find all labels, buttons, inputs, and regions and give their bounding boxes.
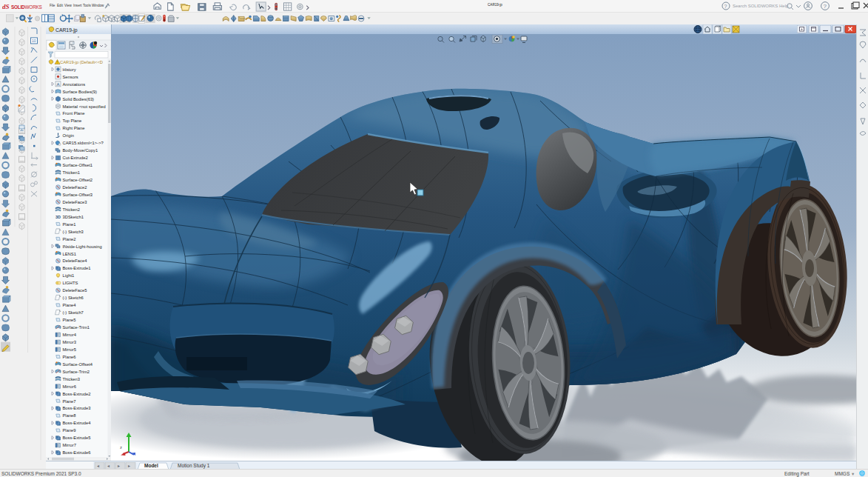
svg-text:(-) Sketch3: (-) Sketch3 <box>63 230 84 234</box>
svg-text:Light1: Light1 <box>63 273 75 278</box>
svg-text:DeleteFace5: DeleteFace5 <box>63 288 87 293</box>
svg-text:Motion Study 1: Motion Study 1 <box>178 463 210 469</box>
svg-text:Plane5: Plane5 <box>63 318 76 322</box>
svg-text:Boss-Extrude5: Boss-Extrude5 <box>63 436 91 440</box>
svg-text:?: ? <box>824 3 827 10</box>
svg-text:z: z <box>120 445 122 450</box>
svg-text:Sensors: Sensors <box>63 75 78 79</box>
svg-text:Mirror6: Mirror6 <box>63 384 76 389</box>
svg-text:History: History <box>63 67 76 72</box>
svg-text:Front Plane: Front Plane <box>63 111 85 116</box>
svg-text:Plane4: Plane4 <box>63 303 77 307</box>
svg-text:Plane7: Plane7 <box>63 399 76 404</box>
svg-text:Thicken1: Thicken1 <box>63 170 81 175</box>
svg-text:Boss-Extrude6: Boss-Extrude6 <box>63 450 91 455</box>
svg-text:▸: ▸ <box>118 464 120 468</box>
svg-text:(-) Sketch6: (-) Sketch6 <box>63 296 84 300</box>
svg-text:Boss-Extrude4: Boss-Extrude4 <box>63 421 92 425</box>
svg-text:Model: Model <box>144 463 158 468</box>
svg-text:◂: ◂ <box>107 464 110 468</box>
svg-text:Mirror7: Mirror7 <box>63 443 76 447</box>
svg-text:Mirror3: Mirror3 <box>63 340 76 344</box>
svg-text:Boss-Extrude2: Boss-Extrude2 <box>63 392 91 396</box>
svg-text:Boss-Extrude3: Boss-Extrude3 <box>63 406 91 410</box>
svg-text:Origin: Origin <box>63 133 74 138</box>
svg-text:SOLIDWORKS: SOLIDWORKS <box>11 4 42 10</box>
svg-text:CAR15.sldxml<1>->?: CAR15.sldxml<1>->? <box>63 141 104 145</box>
svg-text:Mirror4: Mirror4 <box>63 333 77 337</box>
svg-text:Surface-Trim2: Surface-Trim2 <box>63 370 90 374</box>
svg-text:Body-Move/Copy1: Body-Move/Copy1 <box>63 148 98 153</box>
svg-text:▸: ▸ <box>128 464 130 468</box>
svg-text:Solid Bodies(63): Solid Bodies(63) <box>63 97 95 101</box>
svg-text:LENS1: LENS1 <box>63 252 76 256</box>
svg-text:Surface-Offset2: Surface-Offset2 <box>63 178 93 182</box>
svg-text:Surface Bodies(9): Surface Bodies(9) <box>63 90 97 94</box>
svg-text:Top Plane: Top Plane <box>63 119 82 123</box>
svg-text:Surface-Offset4: Surface-Offset4 <box>63 362 93 367</box>
svg-text:3D: 3D <box>55 215 61 219</box>
svg-text:Plane9: Plane9 <box>63 428 76 433</box>
svg-text:CAR19-jp (Default<<D: CAR19-jp (Default<<D <box>60 60 103 64</box>
svg-text:3DSketch1: 3DSketch1 <box>63 215 84 219</box>
svg-text:Search SOLIDWORKS Help: Search SOLIDWORKS Help <box>733 4 789 8</box>
svg-text:DeleteFace3: DeleteFace3 <box>63 200 87 204</box>
svg-text:Surface-Offset1: Surface-Offset1 <box>63 163 93 167</box>
svg-text:?: ? <box>724 4 727 9</box>
svg-text:◂: ◂ <box>97 464 99 468</box>
svg-text:DeleteFace4: DeleteFace4 <box>63 258 88 263</box>
svg-text:Plane8: Plane8 <box>63 413 76 418</box>
svg-text:dS: dS <box>2 3 10 10</box>
svg-text:DeleteFace2: DeleteFace2 <box>63 185 87 190</box>
svg-text:Annotations: Annotations <box>63 82 86 87</box>
svg-text:Right Plane: Right Plane <box>63 126 85 130</box>
svg-text:CAR19-jp: CAR19-jp <box>55 27 78 33</box>
svg-text:Surface-Trim1: Surface-Trim1 <box>63 325 90 330</box>
svg-text:Material <not specified: Material <not specified <box>63 104 106 109</box>
svg-text:Thicken2: Thicken2 <box>63 207 81 212</box>
svg-text:Surface-Offset3: Surface-Offset3 <box>63 193 93 197</box>
svg-text:Boss-Extrude1: Boss-Extrude1 <box>63 266 91 270</box>
svg-text:INside-Light-housing: INside-Light-housing <box>63 244 102 249</box>
svg-text:LIGHTS: LIGHTS <box>63 281 78 285</box>
svg-text:(-) Sketch7: (-) Sketch7 <box>63 310 84 315</box>
svg-text:10: 10 <box>32 39 36 43</box>
svg-text:Plane2: Plane2 <box>63 237 76 241</box>
svg-text:Mirror5: Mirror5 <box>63 347 76 352</box>
svg-text:Plane6: Plane6 <box>63 355 76 359</box>
svg-text:Plane1: Plane1 <box>63 222 76 227</box>
svg-text:Cut-Extrude2: Cut-Extrude2 <box>63 156 88 160</box>
svg-text:!: ! <box>57 60 58 64</box>
svg-text:Thicken3: Thicken3 <box>63 377 81 381</box>
svg-text:A: A <box>57 82 60 87</box>
